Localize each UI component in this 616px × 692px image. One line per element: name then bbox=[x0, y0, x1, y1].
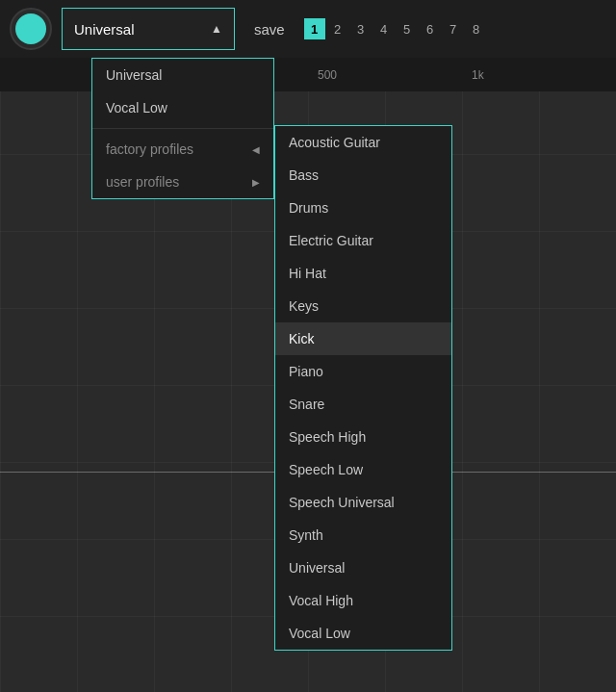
sub-item-electric-guitar[interactable]: Electric Guitar bbox=[275, 224, 451, 257]
sub-item-speech-low[interactable]: Speech Low bbox=[275, 453, 451, 486]
page-num-3[interactable]: 3 bbox=[350, 18, 372, 39]
sub-item-piano[interactable]: Piano bbox=[275, 355, 451, 388]
user-profiles-arrow-icon: ▶ bbox=[252, 177, 260, 188]
logo bbox=[10, 8, 52, 50]
ruler-500: 500 bbox=[318, 68, 337, 82]
dropdown-item-user-profiles[interactable]: user profiles ▶ bbox=[92, 166, 273, 198]
page-num-2[interactable]: 2 bbox=[327, 18, 348, 39]
sub-item-speech-universal[interactable]: Speech Universal bbox=[275, 486, 451, 519]
dropdown-item-factory-profiles[interactable]: factory profiles ◀ bbox=[92, 133, 273, 166]
sub-item-bass[interactable]: Bass bbox=[275, 159, 451, 192]
sub-item-speech-high[interactable]: Speech High bbox=[275, 421, 451, 453]
page-num-1[interactable]: 1 bbox=[304, 18, 325, 39]
dropdown-arrow-icon: ▲ bbox=[211, 22, 222, 36]
logo-inner bbox=[15, 13, 46, 44]
user-profiles-label: user profiles bbox=[106, 174, 179, 190]
sub-item-kick[interactable]: Kick bbox=[275, 322, 451, 355]
dropdown-label: Universal bbox=[74, 21, 135, 38]
dropdown-separator bbox=[92, 128, 273, 129]
factory-profiles-label: factory profiles bbox=[106, 141, 193, 157]
sub-item-keys[interactable]: Keys bbox=[275, 290, 451, 322]
top-bar: Universal ▲ save 12345678 bbox=[0, 0, 616, 58]
page-num-7[interactable]: 7 bbox=[443, 18, 464, 39]
factory-profiles-arrow-icon: ◀ bbox=[252, 144, 260, 155]
page-num-5[interactable]: 5 bbox=[397, 18, 418, 39]
sub-item-vocal-high[interactable]: Vocal High bbox=[275, 584, 451, 617]
dropdown-item-vocal-low[interactable]: Vocal Low bbox=[92, 91, 273, 124]
sub-dropdown: Acoustic Guitar Bass Drums Electric Guit… bbox=[274, 125, 452, 651]
page-num-4[interactable]: 4 bbox=[373, 18, 395, 39]
sub-item-snare[interactable]: Snare bbox=[275, 388, 451, 421]
sub-item-synth[interactable]: Synth bbox=[275, 519, 451, 551]
sub-item-acoustic-guitar[interactable]: Acoustic Guitar bbox=[275, 126, 451, 159]
profile-dropdown-button[interactable]: Universal ▲ bbox=[62, 8, 235, 50]
page-num-8[interactable]: 8 bbox=[466, 18, 487, 39]
sub-item-vocal-low[interactable]: Vocal Low bbox=[275, 617, 451, 650]
ruler-1k: 1k bbox=[472, 68, 484, 82]
sub-item-universal[interactable]: Universal bbox=[275, 551, 451, 584]
page-numbers: 12345678 bbox=[304, 18, 487, 39]
main-dropdown: Universal Vocal Low factory profiles ◀ u… bbox=[91, 58, 274, 199]
dropdown-item-universal[interactable]: Universal bbox=[92, 59, 273, 91]
save-label: save bbox=[254, 21, 285, 38]
page-num-6[interactable]: 6 bbox=[420, 18, 441, 39]
sub-item-hi-hat[interactable]: Hi Hat bbox=[275, 257, 451, 290]
sub-item-drums[interactable]: Drums bbox=[275, 192, 451, 224]
